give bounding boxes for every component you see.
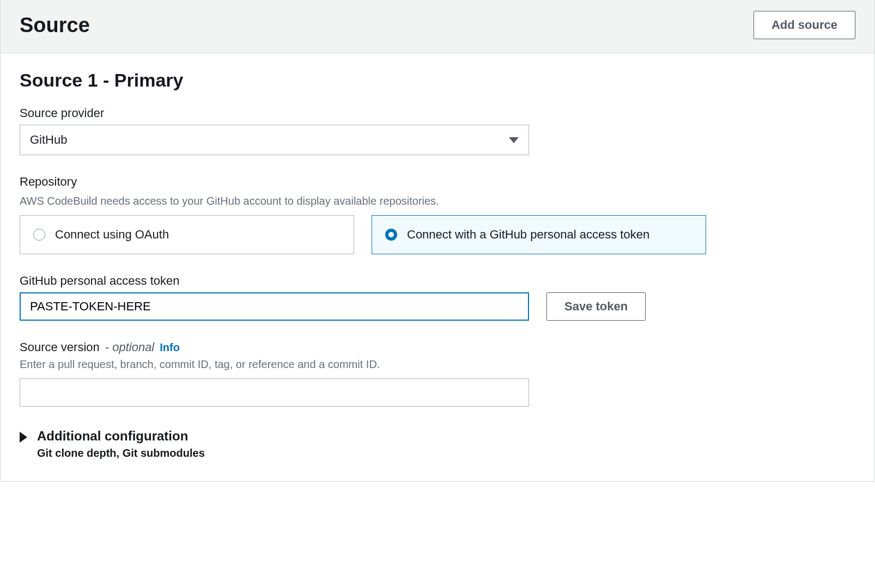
source-version-info-link[interactable]: Info (160, 341, 180, 354)
repository-option-pat[interactable]: Connect with a GitHub personal access to… (372, 215, 706, 254)
token-label: GitHub personal access token (20, 274, 855, 288)
source-provider-value: GitHub (30, 133, 67, 147)
source-section-title: Source 1 - Primary (20, 70, 855, 91)
token-input[interactable] (20, 292, 529, 321)
save-token-button[interactable]: Save token (546, 292, 646, 321)
source-provider-label: Source provider (20, 106, 855, 120)
repository-option-pat-label: Connect with a GitHub personal access to… (407, 228, 649, 242)
radio-icon (33, 229, 45, 241)
additional-config-title: Additional configuration (37, 428, 205, 444)
add-source-button[interactable]: Add source (754, 11, 855, 39)
additional-config-subtitle: Git clone depth, Git submodules (37, 447, 205, 460)
caret-down-icon (509, 137, 519, 143)
source-provider-select[interactable]: GitHub (20, 125, 529, 155)
repository-label: Repository (20, 175, 855, 189)
additional-configuration-expander[interactable]: Additional configuration Git clone depth… (20, 428, 855, 460)
page-title: Source (20, 14, 90, 37)
source-version-label: Source version (20, 340, 100, 354)
radio-icon (385, 229, 397, 241)
source-version-input[interactable] (20, 378, 529, 407)
repository-description: AWS CodeBuild needs access to your GitHu… (20, 193, 855, 209)
caret-right-icon (20, 432, 27, 443)
repository-option-oauth-label: Connect using OAuth (55, 228, 169, 242)
repository-option-oauth[interactable]: Connect using OAuth (20, 215, 354, 254)
source-version-optional: - optional (105, 340, 155, 354)
source-version-description: Enter a pull request, branch, commit ID,… (20, 357, 855, 372)
